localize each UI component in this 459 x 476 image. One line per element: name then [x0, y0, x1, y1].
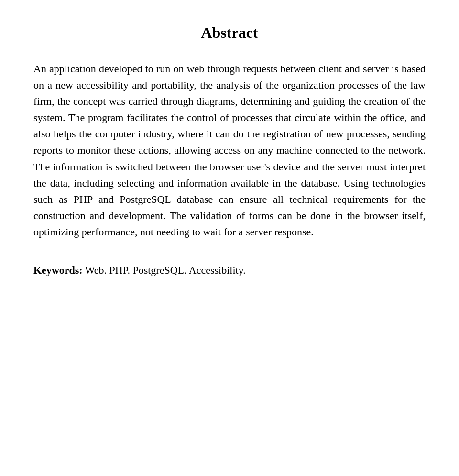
- keywords-section: Keywords: Web. PHP. PostgreSQL. Accessib…: [33, 264, 426, 277]
- abstract-paragraph-1: An application developed to run on web t…: [33, 61, 426, 240]
- page-container: Abstract An application developed to run…: [0, 0, 459, 476]
- keywords-text: Web. PHP. PostgreSQL. Accessibility.: [83, 264, 246, 276]
- abstract-body: An application developed to run on web t…: [33, 61, 426, 240]
- page-title: Abstract: [33, 24, 426, 42]
- keywords-label: Keywords:: [33, 264, 83, 276]
